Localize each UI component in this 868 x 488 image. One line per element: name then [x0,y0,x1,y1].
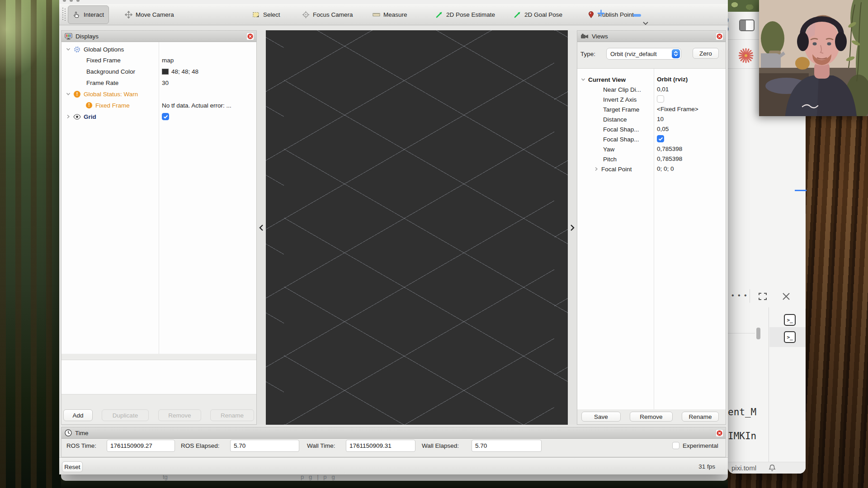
displays-collapse-handle[interactable] [257,30,266,425]
views-collapse-handle[interactable] [568,30,577,425]
invert-z-checkbox[interactable] [657,94,664,104]
toolbar-button-2d-pose-estimate[interactable]: 2D Pose Estimate [431,5,500,24]
view-row-near-clip[interactable]: Near Clip Di... [577,84,641,95]
toolbar-button-select[interactable]: Select [248,5,285,24]
toolbar-button-interact[interactable]: Interact [68,5,109,24]
duplicate-display-button[interactable]: Duplicate [102,409,149,421]
view-row-current-view[interactable]: Current View [577,74,626,85]
scrollbar-thumb[interactable] [756,328,760,339]
traffic-light-minimize[interactable] [70,0,73,2]
sidebar-toggle-icon[interactable] [739,19,755,31]
zero-view-button[interactable]: Zero [693,48,719,59]
property-value[interactable]: map [162,55,174,66]
column-divider[interactable] [159,42,159,354]
toolbar-button-publish-point[interactable]: Publish Point [583,5,638,24]
3d-viewport[interactable] [266,30,568,425]
view-row-invert-z[interactable]: Invert Z Axis [577,94,637,105]
property-label: Pitch [603,156,617,163]
display-row-global-status[interactable]: ! Global Status: Warn [61,89,138,99]
wall-elapsed-input[interactable]: 5.70 [472,440,542,452]
property-label: Target Frame [603,106,639,113]
ros-time-input[interactable]: 1761150909.27 [107,440,175,452]
statusbar-file-label[interactable]: pixi.toml [731,464,756,472]
property-value[interactable]: 0,01 [657,84,669,94]
property-label: Frame Rate [86,80,118,86]
toolbar-button-focus-camera[interactable]: Focus Camera [297,5,358,24]
grid-enabled-checkbox[interactable] [162,111,169,122]
time-panel: Time ROS Time: 1761150909.27 ROS Elapsed… [61,427,726,457]
view-row-focal-shape-fixed[interactable]: Focal Shap... [577,134,639,145]
toolbar-label: Focus Camera [313,11,353,18]
displays-close-button[interactable] [246,33,254,40]
toolbar-button-measure[interactable]: Measure [368,5,412,24]
chevron-right-icon[interactable] [66,114,71,119]
time-close-button[interactable] [716,429,723,437]
toolbar-overflow-chevron-icon[interactable] [642,21,649,26]
property-label: Current View [588,76,626,83]
display-row-grid[interactable]: Grid [61,111,96,122]
rename-display-button[interactable]: Rename [210,409,254,421]
add-display-button[interactable]: Add [63,409,93,421]
bell-icon[interactable] [768,464,776,472]
ros-elapsed-label: ROS Elapsed: [181,442,220,449]
display-row-background-color[interactable]: Background Color [61,66,135,77]
traffic-light-close[interactable] [63,0,66,2]
ros-elapsed-input[interactable]: 5.70 [230,440,299,452]
property-value[interactable]: 48; 48; 48 [162,66,198,77]
view-row-focal-shape-size[interactable]: Focal Shap... [577,124,639,135]
view-row-focal-point[interactable]: Focal Point [577,164,632,174]
focal-shape-checkbox[interactable] [657,134,664,144]
view-row-target-frame[interactable]: Target Frame [577,104,639,115]
color-swatch [162,69,169,75]
views-panel-header[interactable]: Views [577,31,726,42]
terminal-icon[interactable]: >_ [784,314,796,326]
chevron-right-icon[interactable] [594,167,599,171]
remove-display-button[interactable]: Remove [158,409,201,421]
property-value[interactable]: 0; 0; 0 [657,164,674,174]
view-row-pitch[interactable]: Pitch [577,154,617,164]
window-chrome-strip [59,0,728,4]
rename-view-button[interactable]: Rename [682,412,719,422]
desktop: ) ) • • • >_ >_ ent_M IMKIn [0,0,868,488]
property-value[interactable]: 10 [657,114,664,124]
property-value[interactable]: 0,785398 [657,154,682,164]
property-value[interactable]: 30 [162,77,169,88]
time-panel-header[interactable]: Time [61,427,726,439]
toolbar-drag-handle[interactable] [62,8,66,21]
toolbar-button-2d-goal-pose[interactable]: 2D Goal Pose [509,5,567,24]
display-row-global-options[interactable]: Global Options [61,44,124,55]
property-value[interactable]: <Fixed Frame> [657,104,698,114]
view-row-yaw[interactable]: Yaw [577,144,614,155]
display-row-frame-rate[interactable]: Frame Rate [61,77,118,88]
chevron-down-icon[interactable] [66,47,71,52]
toolbar-label: Measure [383,11,407,18]
displays-panel-header[interactable]: Displays [61,31,256,42]
property-value[interactable]: 0,05 [657,124,669,134]
display-row-fixed-frame-warning[interactable]: ! Fixed Frame [61,100,130,111]
property-value[interactable]: 0,785398 [657,144,682,154]
remove-tool-icon[interactable] [632,13,642,18]
chevron-down-icon[interactable] [66,92,71,96]
display-row-fixed-frame[interactable]: Fixed Frame [61,55,121,66]
expand-icon[interactable] [758,291,768,301]
add-tool-icon[interactable] [597,9,605,17]
ros-time-label: ROS Time: [66,442,96,449]
views-close-button[interactable] [716,33,723,40]
terminal-icon[interactable]: >_ [784,331,796,343]
close-icon[interactable] [781,291,791,301]
column-divider[interactable] [654,69,654,409]
experimental-checkbox[interactable] [672,442,679,449]
wall-time-input[interactable]: 1761150909.31 [346,440,415,452]
remove-view-button[interactable]: Remove [630,412,673,422]
chevron-down-icon[interactable] [581,77,585,82]
save-view-button[interactable]: Save [581,412,621,422]
reset-button[interactable]: Reset [62,461,83,472]
view-row-distance[interactable]: Distance [577,114,627,125]
more-options-icon[interactable]: • • • [731,291,748,300]
chevron-right-icon [570,224,575,231]
view-type-select[interactable]: Orbit (rviz_default [606,48,681,60]
views-panel-title: Views [592,33,608,40]
traffic-light-zoom[interactable] [76,0,80,2]
clock-icon [65,429,72,436]
toolbar-button-move-camera[interactable]: Move Camera [120,5,179,24]
